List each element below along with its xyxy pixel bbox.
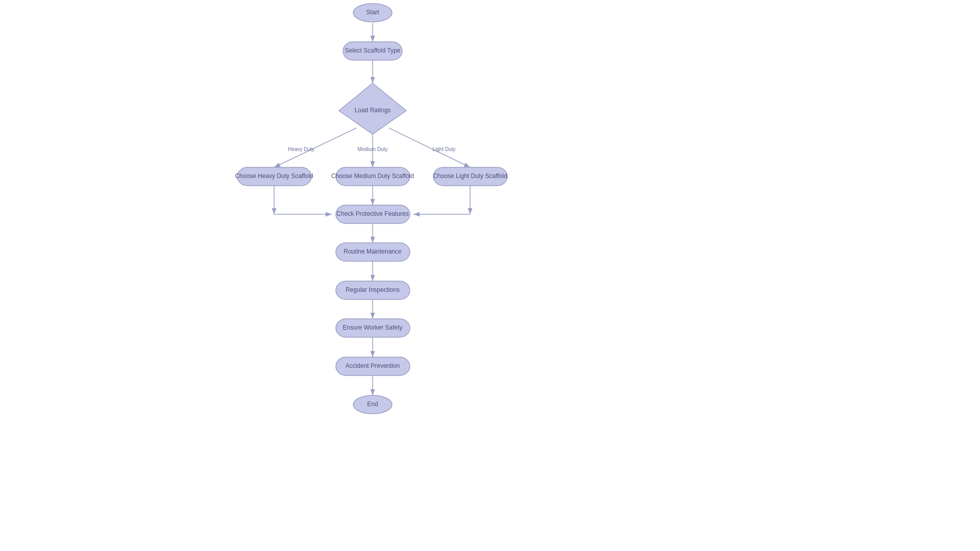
light-duty-scaffold-label: Choose Light Duty Scaffold (433, 172, 507, 180)
end-label: End (367, 400, 378, 408)
start-label: Start (366, 9, 379, 16)
routine-maintenance-label: Routine Maintenance (344, 248, 402, 255)
medium-duty-label: Medium Duty (358, 146, 388, 152)
load-ratings-label: Load Ratings (355, 107, 391, 114)
medium-duty-scaffold-label: Choose Medium Duty Scaffold (331, 172, 414, 180)
check-protective-label: Check Protective Features (336, 210, 408, 217)
flowchart-container: Start Select Scaffold Type Load Ratings … (0, 0, 980, 551)
edge-load-to-heavy (274, 128, 356, 167)
heavy-duty-label: Heavy Duty (288, 146, 314, 152)
light-duty-label: Light Duty (432, 146, 455, 152)
select-scaffold-label: Select Scaffold Type (345, 47, 401, 54)
edge-load-to-light (389, 128, 470, 167)
regular-inspections-label: Regular Inspections (346, 286, 400, 293)
ensure-worker-safety-label: Ensure Worker Safety (342, 324, 402, 331)
accident-prevention-label: Accident Prevention (346, 362, 400, 369)
heavy-duty-scaffold-label: Choose Heavy Duty Scaffold (235, 172, 313, 180)
